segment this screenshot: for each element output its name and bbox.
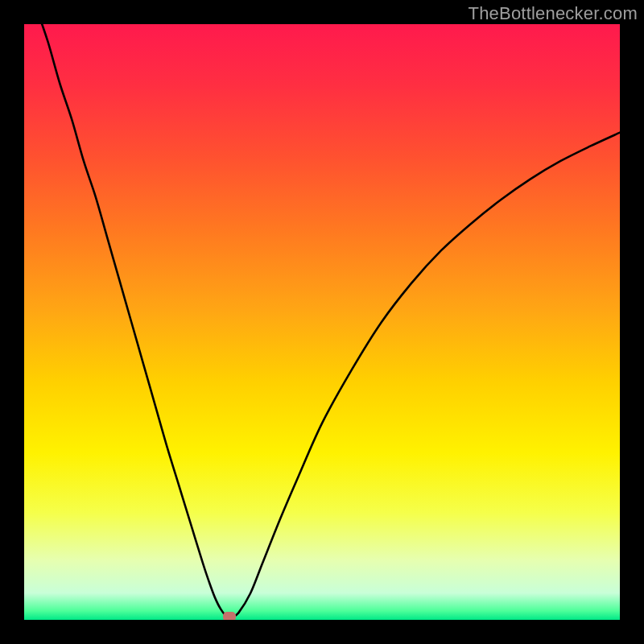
plot-area (24, 24, 620, 620)
optimum-marker (223, 612, 236, 620)
watermark-text: TheBottlenecker.com (469, 3, 638, 24)
gradient-background (24, 24, 620, 620)
plot-svg (24, 24, 620, 620)
chart-frame: TheBottlenecker.com (0, 0, 644, 644)
